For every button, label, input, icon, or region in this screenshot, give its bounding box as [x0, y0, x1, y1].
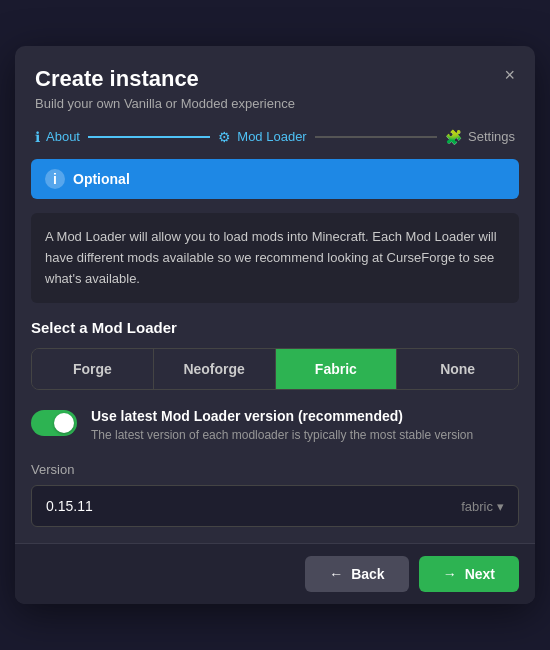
step-line-2: [315, 136, 437, 138]
loader-none[interactable]: None: [397, 349, 518, 389]
modal-header: Create instance Build your own Vanilla o…: [15, 46, 535, 111]
version-label: Version: [31, 462, 519, 477]
step-line-1: [88, 136, 210, 138]
version-loader-label: fabric: [461, 499, 493, 514]
create-instance-modal: Create instance Build your own Vanilla o…: [15, 46, 535, 604]
next-label: Next: [465, 566, 495, 582]
step-mod-loader[interactable]: ⚙ Mod Loader: [218, 129, 306, 145]
loader-neoforge[interactable]: Neoforge: [154, 349, 276, 389]
about-icon: ℹ: [35, 129, 40, 145]
step-mod-loader-label: Mod Loader: [237, 129, 306, 144]
steps-nav: ℹ About ⚙ Mod Loader 🧩 Settings: [15, 111, 535, 159]
latest-version-toggle[interactable]: [31, 410, 77, 436]
description-text: A Mod Loader will allow you to load mods…: [45, 227, 505, 289]
version-dropdown-info: fabric ▾: [461, 499, 504, 514]
mod-loader-icon: ⚙: [218, 129, 231, 145]
loader-forge[interactable]: Forge: [32, 349, 154, 389]
next-button[interactable]: → Next: [419, 556, 519, 592]
optional-banner-text: Optional: [73, 171, 130, 187]
step-settings-label: Settings: [468, 129, 515, 144]
back-button[interactable]: ← Back: [305, 556, 408, 592]
step-about-label: About: [46, 129, 80, 144]
modal-body: i Optional A Mod Loader will allow you t…: [15, 159, 535, 543]
loader-fabric[interactable]: Fabric: [276, 349, 398, 389]
loader-options: Forge Neoforge Fabric None: [31, 348, 519, 390]
version-select[interactable]: 0.15.11 fabric ▾: [31, 485, 519, 527]
back-icon: ←: [329, 566, 343, 582]
optional-banner: i Optional: [31, 159, 519, 199]
toggle-label-group: Use latest Mod Loader version (recommend…: [91, 408, 519, 444]
step-settings[interactable]: 🧩 Settings: [445, 129, 515, 145]
version-section: Version 0.15.11 fabric ▾: [31, 462, 519, 527]
modal-footer: ← Back → Next: [15, 543, 535, 604]
toggle-row: Use latest Mod Loader version (recommend…: [31, 408, 519, 444]
next-icon: →: [443, 566, 457, 582]
version-dropdown-icon: ▾: [497, 499, 504, 514]
close-button[interactable]: ×: [500, 62, 519, 88]
select-section-label: Select a Mod Loader: [31, 319, 519, 336]
back-label: Back: [351, 566, 384, 582]
modal-title: Create instance: [35, 66, 515, 92]
settings-icon: 🧩: [445, 129, 462, 145]
version-value: 0.15.11: [46, 498, 93, 514]
toggle-title: Use latest Mod Loader version (recommend…: [91, 408, 519, 424]
description-box: A Mod Loader will allow you to load mods…: [31, 213, 519, 303]
step-about[interactable]: ℹ About: [35, 129, 80, 145]
optional-banner-icon: i: [45, 169, 65, 189]
toggle-description: The latest version of each modloader is …: [91, 427, 519, 444]
modal-subtitle: Build your own Vanilla or Modded experie…: [35, 96, 515, 111]
